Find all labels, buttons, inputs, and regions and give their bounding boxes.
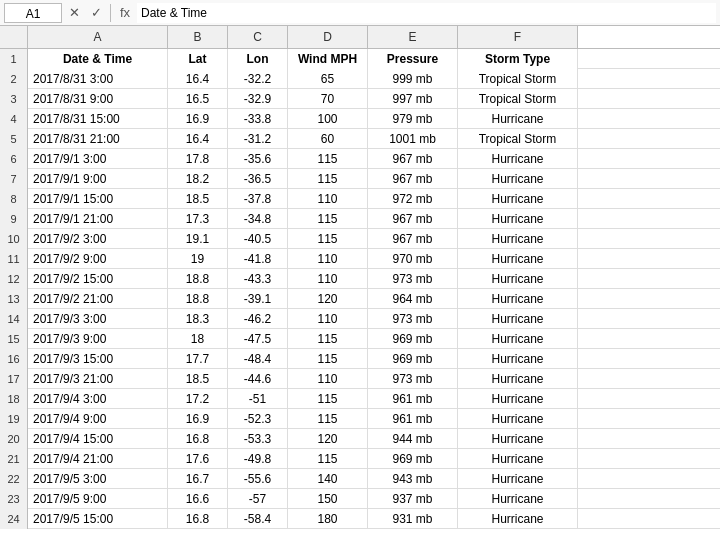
cell-wind[interactable]: 60 (288, 129, 368, 149)
header-cell-stormtype[interactable]: Storm Type (458, 49, 578, 69)
cell-wind[interactable]: 115 (288, 349, 368, 369)
cell-pressure[interactable]: 961 mb (368, 389, 458, 409)
cell-lon[interactable]: -32.2 (228, 69, 288, 89)
cell-lat[interactable]: 17.8 (168, 149, 228, 169)
cell-datetime[interactable]: 2017/9/1 21:00 (28, 209, 168, 229)
cell-datetime[interactable]: 2017/9/2 3:00 (28, 229, 168, 249)
cell-wind[interactable]: 110 (288, 249, 368, 269)
cell-datetime[interactable]: 2017/8/31 3:00 (28, 69, 168, 89)
cell-lat[interactable]: 19.1 (168, 229, 228, 249)
cell-pressure[interactable]: 967 mb (368, 209, 458, 229)
col-header-d[interactable]: D (288, 26, 368, 48)
cell-wind[interactable]: 115 (288, 209, 368, 229)
cell-pressure[interactable]: 967 mb (368, 229, 458, 249)
cell-wind[interactable]: 115 (288, 149, 368, 169)
cell-lat[interactable]: 16.9 (168, 109, 228, 129)
cell-datetime[interactable]: 2017/9/4 15:00 (28, 429, 168, 449)
cell-pressure[interactable]: 999 mb (368, 69, 458, 89)
cell-lon[interactable]: -39.1 (228, 289, 288, 309)
header-cell-lat[interactable]: Lat (168, 49, 228, 69)
cell-wind[interactable]: 110 (288, 309, 368, 329)
cell-stormtype[interactable]: Hurricane (458, 249, 578, 269)
cell-lon[interactable]: -34.8 (228, 209, 288, 229)
cell-pressure[interactable]: 997 mb (368, 89, 458, 109)
cell-datetime[interactable]: 2017/9/5 15:00 (28, 509, 168, 529)
cell-pressure[interactable]: 973 mb (368, 369, 458, 389)
cell-stormtype[interactable]: Hurricane (458, 149, 578, 169)
cell-wind[interactable]: 70 (288, 89, 368, 109)
cell-pressure[interactable]: 964 mb (368, 289, 458, 309)
cell-wind[interactable]: 120 (288, 429, 368, 449)
cell-stormtype[interactable]: Hurricane (458, 189, 578, 209)
cell-pressure[interactable]: 973 mb (368, 269, 458, 289)
header-cell-pressure[interactable]: Pressure (368, 49, 458, 69)
cell-lat[interactable]: 16.4 (168, 69, 228, 89)
cell-lon[interactable]: -51 (228, 389, 288, 409)
cell-wind[interactable]: 110 (288, 269, 368, 289)
cell-wind[interactable]: 65 (288, 69, 368, 89)
cell-lat[interactable]: 17.3 (168, 209, 228, 229)
cell-datetime[interactable]: 2017/9/4 3:00 (28, 389, 168, 409)
cell-datetime[interactable]: 2017/9/3 21:00 (28, 369, 168, 389)
cell-lat[interactable]: 18.2 (168, 169, 228, 189)
cell-pressure[interactable]: 969 mb (368, 449, 458, 469)
cell-wind[interactable]: 150 (288, 489, 368, 509)
cell-stormtype[interactable]: Hurricane (458, 269, 578, 289)
cell-datetime[interactable]: 2017/8/31 21:00 (28, 129, 168, 149)
cell-stormtype[interactable]: Hurricane (458, 449, 578, 469)
cell-datetime[interactable]: 2017/9/2 15:00 (28, 269, 168, 289)
cell-stormtype[interactable]: Hurricane (458, 469, 578, 489)
cell-lon[interactable]: -49.8 (228, 449, 288, 469)
cell-lon[interactable]: -36.5 (228, 169, 288, 189)
cell-datetime[interactable]: 2017/9/3 9:00 (28, 329, 168, 349)
cell-lon[interactable]: -33.8 (228, 109, 288, 129)
col-header-f[interactable]: F (458, 26, 578, 48)
cell-lat[interactable]: 17.7 (168, 349, 228, 369)
cell-datetime[interactable]: 2017/8/31 9:00 (28, 89, 168, 109)
cancel-icon[interactable]: ✕ (64, 5, 84, 20)
cell-stormtype[interactable]: Hurricane (458, 209, 578, 229)
cell-wind[interactable]: 115 (288, 329, 368, 349)
cell-datetime[interactable]: 2017/9/1 9:00 (28, 169, 168, 189)
cell-pressure[interactable]: 931 mb (368, 509, 458, 529)
cell-stormtype[interactable]: Hurricane (458, 289, 578, 309)
col-header-e[interactable]: E (368, 26, 458, 48)
cell-wind[interactable]: 115 (288, 229, 368, 249)
cell-lat[interactable]: 18 (168, 329, 228, 349)
cell-stormtype[interactable]: Hurricane (458, 329, 578, 349)
cell-stormtype[interactable]: Tropical Storm (458, 89, 578, 109)
cell-stormtype[interactable]: Hurricane (458, 369, 578, 389)
cell-stormtype[interactable]: Hurricane (458, 349, 578, 369)
cell-lat[interactable]: 16.8 (168, 429, 228, 449)
cell-lon[interactable]: -43.3 (228, 269, 288, 289)
cell-stormtype[interactable]: Hurricane (458, 489, 578, 509)
cell-stormtype[interactable]: Tropical Storm (458, 129, 578, 149)
cell-lon[interactable]: -31.2 (228, 129, 288, 149)
cell-lat[interactable]: 17.6 (168, 449, 228, 469)
cell-pressure[interactable]: 1001 mb (368, 129, 458, 149)
cell-lon[interactable]: -46.2 (228, 309, 288, 329)
cell-stormtype[interactable]: Hurricane (458, 109, 578, 129)
cell-lon[interactable]: -32.9 (228, 89, 288, 109)
cell-wind[interactable]: 115 (288, 409, 368, 429)
cell-lat[interactable]: 16.5 (168, 89, 228, 109)
cell-wind[interactable]: 100 (288, 109, 368, 129)
header-cell-wind[interactable]: Wind MPH (288, 49, 368, 69)
cell-wind[interactable]: 115 (288, 449, 368, 469)
cell-lat[interactable]: 19 (168, 249, 228, 269)
cell-lat[interactable]: 18.8 (168, 269, 228, 289)
cell-datetime[interactable]: 2017/9/3 15:00 (28, 349, 168, 369)
cell-stormtype[interactable]: Hurricane (458, 169, 578, 189)
confirm-icon[interactable]: ✓ (86, 5, 106, 20)
cell-lon[interactable]: -41.8 (228, 249, 288, 269)
cell-datetime[interactable]: 2017/9/5 3:00 (28, 469, 168, 489)
cell-lat[interactable]: 18.5 (168, 189, 228, 209)
col-header-a[interactable]: A (28, 26, 168, 48)
cell-lon[interactable]: -47.5 (228, 329, 288, 349)
cell-wind[interactable]: 110 (288, 189, 368, 209)
cell-reference-box[interactable]: A1 (4, 3, 62, 23)
cell-lon[interactable]: -35.6 (228, 149, 288, 169)
cell-datetime[interactable]: 2017/9/5 9:00 (28, 489, 168, 509)
cell-pressure[interactable]: 973 mb (368, 309, 458, 329)
cell-datetime[interactable]: 2017/9/1 15:00 (28, 189, 168, 209)
